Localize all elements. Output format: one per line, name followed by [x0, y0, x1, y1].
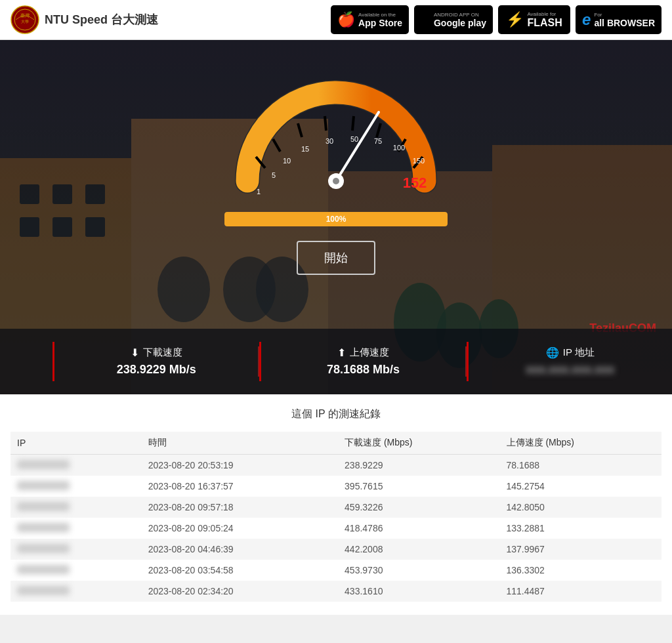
svg-point-41: [333, 178, 339, 184]
stats-row: ⬇ 下載速度 238.9229 Mb/s ⬆ 上傳速度 78.1688 Mb/s…: [0, 329, 672, 394]
time-cell: 2023-08-20 02:34:20: [142, 581, 338, 602]
header-badges: 🍎 Available on the App Store ▶ ANDROID A…: [331, 5, 662, 34]
googleplay-name-text: Google play: [434, 18, 486, 28]
progress-text: 100%: [326, 215, 346, 224]
upload-value: 78.1688 Mb/s: [327, 363, 400, 377]
download-icon: ⬇: [131, 346, 139, 359]
appstore-badge[interactable]: 🍎 Available on the App Store: [331, 5, 409, 34]
ip-stat: 🌐 IP 地址 xxx.xxx.xxx.xxx: [469, 346, 672, 377]
table-section: 這個 IP 的測速紀錄 IP 時間 下載速度 (Mbps) 上傳速度 (Mbps…: [0, 394, 672, 615]
svg-line-39: [336, 112, 379, 181]
svg-text:152: 152: [403, 175, 427, 191]
table-row: 192.168.1.12023-08-20 04:46:39442.200813…: [10, 539, 662, 560]
col-ip: IP: [10, 432, 142, 455]
svg-line-23: [298, 123, 302, 137]
download-cell: 238.9229: [338, 455, 499, 476]
svg-rect-10: [52, 184, 72, 204]
svg-rect-13: [52, 217, 72, 237]
appstore-avail-text: Available on the: [358, 12, 402, 18]
ntu-logo-icon: 臺灣 大學: [10, 5, 39, 34]
svg-rect-14: [85, 217, 105, 237]
svg-text:30: 30: [326, 137, 333, 145]
speedometer-svg: 1 5 10 15 30 50 75 100 150 152: [211, 60, 461, 204]
browser-avail-text: For: [594, 12, 655, 18]
ip-cell: 192.168.1.1: [10, 560, 142, 581]
upload-cell: 136.3302: [500, 560, 662, 581]
table-row: 192.168.1.12023-08-20 03:54:58453.973013…: [10, 560, 662, 581]
time-cell: 2023-08-20 20:53:19: [142, 455, 338, 476]
download-cell: 418.4786: [338, 518, 499, 539]
time-cell: 2023-08-20 09:57:18: [142, 497, 338, 518]
svg-rect-12: [20, 217, 39, 237]
progress-bar-fill: 100%: [224, 212, 448, 226]
upload-icon: ⬆: [337, 346, 346, 359]
flash-icon: ⚡: [506, 11, 524, 28]
ip-cell: 192.168.1.1: [10, 581, 142, 602]
table-row: 192.168.1.12023-08-20 20:53:19238.922978…: [10, 455, 662, 476]
download-cell: 459.3226: [338, 497, 499, 518]
flash-name-text: FLASH: [527, 17, 562, 29]
svg-text:15: 15: [301, 145, 309, 153]
svg-line-22: [273, 139, 280, 152]
site-title: NTU Speed 台大測速: [45, 12, 158, 28]
svg-text:75: 75: [374, 137, 382, 145]
table-row: 192.168.1.12023-08-20 16:37:57395.761514…: [10, 476, 662, 497]
table-row: 192.168.1.12023-08-20 09:57:18459.322614…: [10, 497, 662, 518]
globe-icon: 🌐: [546, 346, 559, 359]
download-value: 238.9229 Mb/s: [117, 363, 196, 377]
download-cell: 453.9730: [338, 560, 499, 581]
upload-cell: 145.2754: [500, 476, 662, 497]
col-download: 下載速度 (Mbps): [338, 432, 499, 455]
svg-text:大學: 大學: [21, 20, 29, 24]
time-cell: 2023-08-20 09:05:24: [142, 518, 338, 539]
download-stat: ⬇ 下載速度 238.9229 Mb/s: [54, 346, 259, 377]
start-button[interactable]: 開始: [297, 241, 375, 275]
table-row: 192.168.1.12023-08-20 09:05:24418.478613…: [10, 518, 662, 539]
browser-badge[interactable]: e For all BROWSER: [576, 5, 662, 34]
ip-label: 🌐 IP 地址: [546, 346, 595, 359]
progress-bar-background: 100%: [224, 212, 448, 226]
svg-point-15: [158, 257, 210, 322]
time-cell: 2023-08-20 16:37:57: [142, 476, 338, 497]
ip-value: xxx.xxx.xxx.xxx: [526, 363, 614, 377]
flash-badge[interactable]: ⚡ Available for FLASH: [498, 5, 570, 34]
col-upload: 上傳速度 (Mbps): [500, 432, 662, 455]
speed-history-table: IP 時間 下載速度 (Mbps) 上傳速度 (Mbps) 192.168.1.…: [10, 432, 662, 602]
ip-cell: 192.168.1.1: [10, 497, 142, 518]
apple-icon: 🍎: [337, 11, 355, 28]
hero-section: 1 5 10 15 30 50 75 100 150 152: [0, 40, 672, 394]
time-cell: 2023-08-20 04:46:39: [142, 539, 338, 560]
flash-avail-text: Available for: [527, 11, 562, 17]
upload-cell: 78.1688: [500, 455, 662, 476]
upload-cell: 137.9967: [500, 539, 662, 560]
upload-stat: ⬆ 上傳速度 78.1688 Mb/s: [261, 346, 466, 377]
upload-cell: 133.2881: [500, 518, 662, 539]
svg-rect-9: [20, 184, 39, 204]
svg-line-26: [377, 123, 381, 137]
download-label: ⬇ 下載速度: [131, 346, 182, 359]
svg-text:100: 100: [393, 144, 405, 152]
header-logo: 臺灣 大學 NTU Speed 台大測速: [10, 5, 158, 34]
table-row: 192.168.1.12023-08-20 02:34:20433.161011…: [10, 581, 662, 602]
download-cell: 433.1610: [338, 581, 499, 602]
ip-cell: 192.168.1.1: [10, 476, 142, 497]
upload-label: ⬆ 上傳速度: [337, 346, 389, 359]
svg-text:50: 50: [350, 135, 358, 143]
ip-cell: 192.168.1.1: [10, 539, 142, 560]
table-title: 這個 IP 的測速紀錄: [10, 407, 662, 421]
googleplay-icon: ▶: [421, 12, 430, 28]
download-cell: 442.2008: [338, 539, 499, 560]
googleplay-badge[interactable]: ▶ ANDROID APP ON Google play: [414, 5, 493, 34]
browser-name-text: all BROWSER: [594, 18, 655, 28]
appstore-name-text: App Store: [358, 18, 402, 28]
ie-icon: e: [582, 10, 591, 29]
upload-cell: 111.4487: [500, 581, 662, 602]
ip-cell: 192.168.1.1: [10, 518, 142, 539]
svg-text:10: 10: [283, 157, 291, 165]
upload-cell: 142.8050: [500, 497, 662, 518]
download-cell: 395.7615: [338, 476, 499, 497]
speedometer: 1 5 10 15 30 50 75 100 150 152: [211, 60, 461, 226]
time-cell: 2023-08-20 03:54:58: [142, 560, 338, 581]
svg-text:5: 5: [272, 171, 276, 179]
start-button-wrap: 開始: [297, 241, 375, 275]
